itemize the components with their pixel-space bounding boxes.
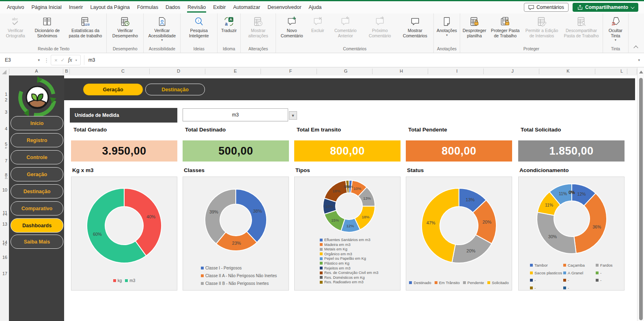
ribbon-button-dicionario-de-sinonimos[interactable]: Dicionário de Sinônimos: [30, 15, 65, 39]
row-header-7[interactable]: 7: [5, 158, 7, 164]
total-label-total-gerado: Total Gerado: [73, 127, 107, 133]
row-header-6[interactable]: 6: [5, 146, 7, 149]
ribbon-group-label: Alterações: [241, 46, 275, 53]
slice-label: 30%: [548, 234, 557, 239]
menu-tab-desenvolvedor[interactable]: Desenvolvedor: [264, 1, 305, 13]
chevron-down-icon: ▾: [161, 38, 163, 42]
ribbon-button-novo-comentario[interactable]: Novo Comentário: [277, 15, 306, 39]
ribbon-group-label: Proteger: [461, 46, 601, 53]
ribbon-button-ocultar-tinta[interactable]: Ocultar Tinta▾: [604, 15, 627, 43]
sidebar-item-inicio[interactable]: Início: [11, 116, 63, 130]
ribbon-group-alteracoes: Mostrar alteraçõesAlterações: [241, 13, 276, 53]
ribbon-group-revisao-de-texto: abcVerificar OrtografiaDicionário de Sin…: [1, 13, 107, 53]
ribbon-button-verificar-acessibilidade[interactable]: Verificar Acessibilidade▾: [144, 15, 179, 43]
sidebar-item-saiba-mais[interactable]: Saiba Mais: [11, 235, 63, 249]
row-header-2[interactable]: 2: [5, 97, 7, 103]
share-button-label: Compartilhamento: [585, 4, 628, 10]
ribbon-button-proteger-pasta-de-trabalho[interactable]: Proteger Pasta de Trabalho: [488, 15, 522, 39]
sidebar-item-destinacao[interactable]: Destinação: [11, 184, 63, 198]
menu-tab-inserir[interactable]: Inserir: [65, 1, 87, 13]
scrollbar-thumb[interactable]: [639, 78, 643, 320]
menu-tab-exibir[interactable]: Exibir: [209, 1, 229, 13]
legend-label: Pendente: [467, 280, 484, 285]
column-header-B[interactable]: B: [65, 69, 68, 73]
menu-tab-arquivo[interactable]: Arquivo: [3, 1, 28, 13]
legend-marker: [563, 279, 566, 282]
menu-tab-formulas[interactable]: Fórmulas: [134, 1, 162, 13]
legend-label: Rejeitos em m3: [324, 266, 351, 270]
row-header-15[interactable]: 15: [2, 243, 7, 246]
ribbon-button-verificar-desempenho[interactable]: Verificar Desempenho: [108, 15, 142, 39]
ribbon-button-estatisticas-da-pasta-de-trabalho[interactable]: 123Estatísticas da pasta de trabalho: [65, 15, 106, 39]
column-header-K[interactable]: K: [566, 69, 569, 73]
legend-label: Efluentes Sanitários em m3: [324, 238, 370, 242]
row-header-17[interactable]: 17: [2, 271, 7, 276]
expand-formula-bar-icon[interactable]: ▾: [634, 58, 644, 62]
column-header-G[interactable]: G: [344, 69, 348, 73]
sidebar-item-comparativo[interactable]: Comparativo: [11, 201, 63, 215]
slice-label: 40%: [146, 214, 155, 219]
menu-tab-revisao[interactable]: Revisão: [184, 1, 209, 13]
column-header-E[interactable]: E: [234, 69, 237, 73]
column-header-D[interactable]: D: [177, 69, 180, 73]
ribbon-button-label: Traduzir: [221, 28, 237, 33]
confirm-entry-icon: ✓: [61, 57, 65, 63]
row-header-16[interactable]: 16: [2, 254, 7, 260]
unit-dropdown-button[interactable]: ▼: [289, 111, 297, 120]
legend-item-item: -: [530, 278, 563, 282]
collapse-ribbon-button[interactable]: [629, 42, 643, 53]
ribbon-button-pesquisa-inteligente[interactable]: iPesquisa Inteligente: [181, 15, 216, 39]
legend-item-item: -: [563, 278, 596, 282]
name-box[interactable]: E3 ▾: [2, 55, 42, 65]
column-header-I[interactable]: I: [456, 69, 457, 73]
unit-filter-dropdown[interactable]: m3: [183, 108, 288, 121]
slice-label: 13%: [466, 197, 475, 202]
ribbon-button-mostrar-comentarios[interactable]: Mostrar Comentários: [397, 15, 433, 39]
ribbon-button-anotacoes[interactable]: Anotações▾: [435, 15, 459, 38]
ribbon-button-desproteger-planilha[interactable]: Desproteger planilha: [461, 15, 488, 39]
sidebar-item-geracao[interactable]: Geração: [11, 167, 63, 181]
ribbon-group-label: Revisão de Texto: [2, 46, 106, 53]
column-header-H[interactable]: H: [400, 69, 403, 73]
ribbon-button-label: Mostrar Comentários: [399, 28, 431, 38]
vertical-scrollbar[interactable]: [637, 67, 644, 321]
legend-label: Solicitado: [492, 280, 509, 285]
ribbon-button-traduzir[interactable]: AaTraduzir: [218, 15, 239, 34]
column-header-L[interactable]: L: [620, 69, 623, 73]
menu-tab-pagina-inicial[interactable]: Página Inicial: [28, 1, 65, 13]
sidebar-item-registro[interactable]: Registro: [11, 133, 63, 147]
row-header-4[interactable]: 4: [5, 126, 7, 131]
svg-text:a: a: [225, 21, 228, 27]
column-header-A[interactable]: A: [35, 69, 38, 73]
sidebar-item-controle[interactable]: Controle: [11, 150, 63, 164]
menu-tab-dados[interactable]: Dados: [162, 1, 184, 13]
legend-marker: [530, 264, 533, 267]
sheet-history-icon: [253, 16, 263, 27]
row-header-12[interactable]: 12: [2, 213, 7, 216]
column-header-C[interactable]: C: [121, 69, 125, 73]
slice-label: 13%: [363, 196, 371, 200]
insert-function-button[interactable]: fx: [68, 57, 72, 63]
row-header-10[interactable]: 10: [2, 187, 7, 193]
sidebar-item-dashboards[interactable]: Dashboards: [11, 218, 63, 233]
ribbon-button-label: Excluir: [311, 28, 324, 33]
comments-button[interactable]: Comentários: [524, 3, 569, 12]
share-button[interactable]: Compartilhamento: [573, 3, 638, 12]
row-header-13[interactable]: 13: [2, 221, 7, 227]
formula-input[interactable]: m3: [84, 55, 634, 65]
menu-tab-automatizar[interactable]: Automatizar: [229, 1, 264, 13]
column-divider: [595, 69, 595, 74]
row-header-1[interactable]: 1: [5, 91, 7, 97]
menu-tab-ajuda[interactable]: Ajuda: [305, 1, 325, 13]
ribbon-button-label: Verificar Desempenho: [109, 28, 141, 38]
legend-label: -: [568, 286, 569, 290]
column-header-J[interactable]: J: [511, 69, 514, 73]
menu-tab-layout-da-pagina[interactable]: Layout da Página: [86, 1, 133, 13]
tab-destinacao[interactable]: Destinação: [145, 84, 205, 95]
column-header-F[interactable]: F: [289, 69, 292, 73]
row-header-3[interactable]: 3: [5, 109, 7, 115]
tab-geracao[interactable]: Geração: [83, 84, 143, 95]
scroll-up-icon[interactable]: [639, 71, 643, 73]
select-all-corner[interactable]: [2, 70, 6, 74]
row-header-9[interactable]: 9: [5, 176, 7, 179]
